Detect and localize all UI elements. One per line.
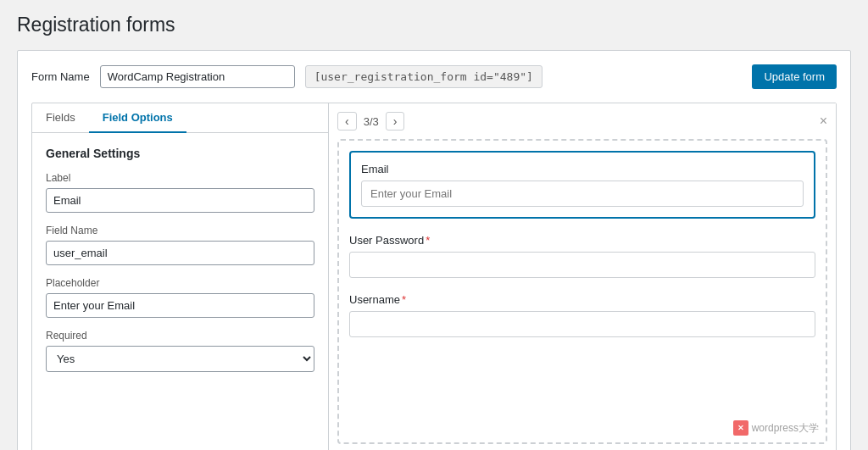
field-name-group: Field Name	[46, 225, 314, 265]
form-preview: Email User Password* Username*	[337, 139, 827, 444]
placeholder-input[interactable]	[46, 293, 314, 318]
shortcode-badge: [user_registration_form id="489"]	[305, 65, 542, 88]
form-name-input[interactable]	[100, 65, 295, 88]
preview-username-field: Username*	[349, 293, 815, 337]
page-title: Registration forms	[17, 14, 851, 36]
right-panel: ‹ 3/3 › × Email User Password*	[329, 103, 836, 450]
page-wrapper: Registration forms Form Name [user_regis…	[0, 0, 868, 450]
preview-username-input[interactable]	[349, 311, 815, 337]
username-required-star: *	[402, 293, 406, 306]
next-page-button[interactable]: ›	[386, 112, 405, 131]
main-card: Form Name [user_registration_form id="48…	[17, 50, 851, 450]
preview-password-label: User Password*	[349, 234, 815, 247]
label-field-input[interactable]	[46, 188, 314, 213]
label-field-group: Label	[46, 172, 314, 213]
preview-toolbar: ‹ 3/3 › ×	[337, 112, 827, 131]
preview-password-field: User Password*	[349, 234, 815, 278]
label-field-label: Label	[46, 172, 314, 184]
left-panel: Fields Field Options General Settings La…	[32, 103, 329, 450]
page-indicator: 3/3	[364, 115, 379, 128]
preview-email-label: Email	[361, 163, 804, 175]
field-name-label: Field Name	[46, 225, 314, 236]
prev-page-button[interactable]: ‹	[337, 112, 357, 131]
watermark-text: wordpress大学	[752, 421, 819, 436]
tabs-row: Fields Field Options	[32, 103, 328, 133]
preview-email-field[interactable]: Email	[349, 151, 815, 219]
general-settings-title: General Settings	[46, 147, 314, 160]
update-form-button[interactable]: Update form	[752, 64, 837, 89]
form-name-label: Form Name	[31, 70, 90, 83]
tab-field-options[interactable]: Field Options	[89, 103, 186, 133]
preview-password-input[interactable]	[349, 252, 815, 278]
tab-fields[interactable]: Fields	[32, 103, 89, 133]
form-name-row: Form Name [user_registration_form id="48…	[31, 64, 837, 89]
placeholder-group: Placeholder	[46, 277, 314, 318]
content-area: Fields Field Options General Settings La…	[31, 103, 837, 450]
required-label: Required	[46, 330, 314, 342]
left-panel-body: General Settings Label Field Name Placeh…	[32, 133, 328, 397]
required-select[interactable]: Yes No	[46, 346, 314, 372]
preview-email-input[interactable]	[361, 181, 804, 207]
watermark-icon: ✕	[733, 420, 748, 436]
watermark: ✕ wordpress大学	[733, 420, 819, 436]
required-group: Required Yes No	[46, 330, 314, 372]
password-required-star: *	[426, 234, 430, 247]
placeholder-label: Placeholder	[46, 277, 314, 289]
close-button[interactable]: ×	[820, 114, 827, 128]
field-name-input[interactable]	[46, 241, 314, 265]
preview-username-label: Username*	[349, 293, 815, 306]
